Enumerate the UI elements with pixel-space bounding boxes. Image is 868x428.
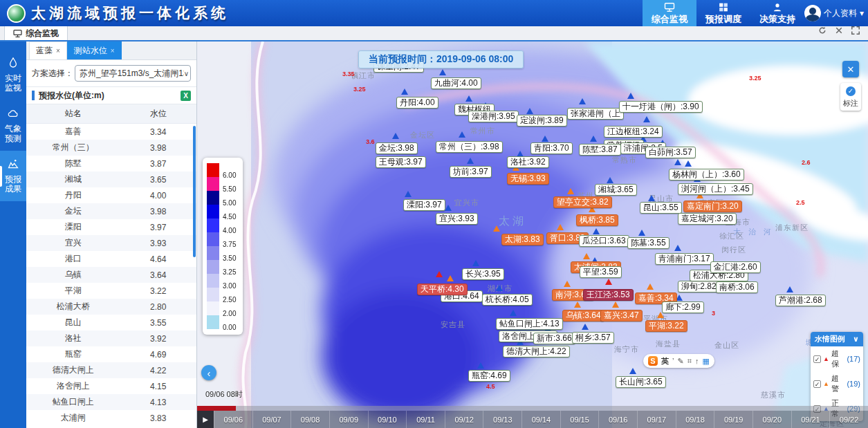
warning-station-marker[interactable] bbox=[493, 225, 500, 232]
timeline-track[interactable] bbox=[197, 406, 868, 411]
map-station-label[interactable]: 杨林闸（上）:3.60 bbox=[669, 169, 744, 180]
profile-menu[interactable]: 个人资料 ▾ bbox=[804, 0, 864, 26]
close-icon[interactable]: × bbox=[111, 47, 115, 55]
map-station-label[interactable]: 新市:3.66 bbox=[533, 333, 575, 344]
nav-综合监视[interactable]: 综合监视 bbox=[643, 0, 696, 26]
map-station-label[interactable]: 枫桥:3.85 bbox=[576, 214, 618, 226]
map-station-label[interactable]: 王江泾:3.53 bbox=[583, 289, 634, 301]
timeline-date-09/15[interactable]: 09/15 bbox=[560, 411, 599, 428]
map-station-label[interactable]: 常州（三）:3.98 bbox=[436, 141, 503, 153]
scheme-select[interactable]: 苏州_望亭151m3/s_太浦闸136m3/s ∨ bbox=[75, 65, 191, 82]
map-station-label[interactable]: 芦潮港:2.68 bbox=[775, 295, 826, 306]
map-station-label[interactable]: 王母观:3.97 bbox=[376, 156, 426, 168]
panel-tab-蓝藻[interactable]: 蓝藻× bbox=[29, 41, 67, 59]
table-row[interactable]: 洛舍闸上4.15 bbox=[26, 378, 196, 394]
checkbox[interactable]: ✓ bbox=[813, 355, 821, 363]
map-station-label[interactable]: 长山闸:3.65 bbox=[616, 376, 666, 388]
punctuation-mode-icon[interactable]: ’ bbox=[672, 357, 674, 365]
map-station-label[interactable]: 青浦南门:3.17 bbox=[655, 253, 714, 265]
map-station-label[interactable]: 无锡:3.93 bbox=[507, 173, 549, 185]
map-station-label[interactable]: 白茆闸:3.57 bbox=[645, 147, 696, 158]
warning-station-marker[interactable] bbox=[447, 275, 454, 281]
timeline-date-09/14[interactable]: 09/14 bbox=[521, 411, 560, 428]
map-station-label[interactable]: 陈墓:3.55 bbox=[627, 237, 670, 249]
table-row[interactable]: 平湖3.22 bbox=[26, 283, 196, 299]
timeline-date-09/22[interactable]: 09/22 bbox=[829, 411, 868, 428]
timeline-date-09/08[interactable]: 09/08 bbox=[290, 411, 329, 428]
toolbox-icon[interactable]: ▦ bbox=[702, 357, 709, 366]
timeline-date-09/06[interactable]: 09/06 bbox=[214, 411, 252, 428]
normal-station-marker[interactable] bbox=[467, 158, 474, 164]
timeline-date-09/09[interactable]: 09/09 bbox=[329, 411, 368, 428]
normal-station-marker[interactable] bbox=[643, 116, 650, 122]
warning-station-marker[interactable] bbox=[647, 283, 654, 290]
warning-station-marker[interactable] bbox=[567, 188, 574, 194]
normal-station-marker[interactable] bbox=[685, 160, 692, 167]
map-station-label[interactable]: 平望:3.59 bbox=[580, 266, 622, 278]
table-row[interactable]: 丹阳4.00 bbox=[26, 187, 196, 203]
timeline-date-09/19[interactable]: 09/19 bbox=[714, 411, 752, 428]
map-station-label[interactable]: 洛社:3.92 bbox=[507, 156, 549, 168]
map-station-label[interactable]: 昆山:3.55 bbox=[640, 202, 682, 214]
normal-station-marker[interactable] bbox=[648, 195, 655, 201]
map-tool-button[interactable]: ✕ bbox=[842, 61, 859, 77]
map-station-label[interactable]: 嘉定城河:3.20 bbox=[678, 213, 737, 225]
map-station-label[interactable]: 鲇鱼口闸上:4.13 bbox=[496, 318, 563, 330]
table-row[interactable]: 昆山3.55 bbox=[26, 315, 196, 331]
normal-station-marker[interactable] bbox=[496, 285, 503, 291]
normal-station-marker[interactable] bbox=[674, 159, 681, 165]
map-station-label[interactable]: 长兴:3.95 bbox=[462, 268, 504, 280]
sidebar-item-实时监视[interactable]: 实时监视 bbox=[0, 50, 26, 100]
timeline-date-09/10[interactable]: 09/10 bbox=[368, 411, 407, 428]
map-station-label[interactable]: 嘉定南门:3.20 bbox=[683, 201, 742, 212]
normal-station-marker[interactable] bbox=[593, 228, 600, 234]
map-area[interactable]: 太湖大 治 河塘 江 镇江市常州市金坛区宜兴市苏州市常熟市昆山市嘉定区上海市徐汇… bbox=[197, 41, 868, 428]
expand-icon[interactable] bbox=[851, 25, 860, 37]
map-station-label[interactable]: 望亭立交:3.82 bbox=[553, 196, 612, 208]
map-station-label[interactable]: 金汇港:2.60 bbox=[710, 261, 761, 273]
timeline-date-09/11[interactable]: 09/11 bbox=[406, 411, 445, 428]
legend-header[interactable]: 水情图例 ∨ bbox=[811, 332, 863, 346]
map-station-label[interactable]: 澡港闸:3.95 bbox=[468, 111, 519, 122]
normal-station-marker[interactable] bbox=[510, 310, 517, 316]
table-row[interactable]: 陈墅3.87 bbox=[26, 156, 196, 171]
close-icon[interactable] bbox=[835, 25, 843, 37]
sidebar-item-预报成果[interactable]: 预报成果 bbox=[0, 151, 26, 201]
normal-station-marker[interactable] bbox=[445, 205, 452, 211]
table-row[interactable]: 德清大闸上4.22 bbox=[26, 362, 196, 378]
normal-station-marker[interactable] bbox=[439, 69, 446, 75]
map-station-label[interactable]: 乌镇:3.64 bbox=[562, 310, 604, 322]
map-station-label[interactable]: 桐乡:3.57 bbox=[572, 332, 614, 344]
table-row[interactable]: 溧阳3.97 bbox=[26, 219, 196, 235]
timeline-date-09/13[interactable]: 09/13 bbox=[483, 411, 521, 428]
play-button[interactable]: ▶ bbox=[197, 411, 214, 428]
table-row[interactable]: 宜兴3.93 bbox=[26, 235, 196, 251]
refresh-icon[interactable] bbox=[818, 25, 827, 37]
table-row[interactable]: 瓶窑4.69 bbox=[26, 346, 196, 362]
normal-station-marker[interactable] bbox=[401, 89, 408, 95]
map-station-label[interactable]: 太湖:3.83 bbox=[501, 234, 544, 245]
normal-station-marker[interactable] bbox=[477, 362, 484, 369]
normal-station-marker[interactable] bbox=[472, 260, 479, 266]
handwriting-icon[interactable]: ✎ bbox=[677, 357, 683, 366]
normal-station-marker[interactable] bbox=[392, 133, 399, 139]
timeline-date-09/12[interactable]: 09/12 bbox=[445, 411, 483, 428]
map-station-label[interactable]: 德清大闸上:4.22 bbox=[503, 346, 570, 357]
map-station-label[interactable]: 南桥:3.06 bbox=[716, 281, 758, 293]
normal-station-marker[interactable] bbox=[542, 136, 548, 142]
danger-station-marker[interactable] bbox=[436, 271, 443, 277]
warning-station-marker[interactable] bbox=[612, 301, 619, 308]
table-row[interactable]: 松浦大桥2.80 bbox=[26, 299, 196, 315]
tab-comprehensive-monitor[interactable]: 综合监视 bbox=[4, 25, 68, 40]
map-station-label[interactable]: 杭长桥:4.05 bbox=[482, 294, 533, 306]
timeline-date-09/07[interactable]: 09/07 bbox=[252, 411, 291, 428]
normal-station-marker[interactable] bbox=[579, 98, 586, 104]
map-station-label[interactable]: 江边枢纽:3.24 bbox=[604, 126, 663, 138]
excel-export-icon[interactable]: X bbox=[181, 91, 191, 101]
normal-station-marker[interactable] bbox=[786, 286, 793, 292]
warning-station-marker[interactable] bbox=[564, 281, 571, 287]
map-station-label[interactable]: 陈墅:3.87 bbox=[579, 144, 621, 156]
sogou-logo-icon[interactable]: S bbox=[648, 356, 658, 366]
map-station-label[interactable]: 嘉兴:3.47 bbox=[600, 310, 643, 322]
map-station-label[interactable]: 泖甸:2.82 bbox=[678, 281, 720, 292]
